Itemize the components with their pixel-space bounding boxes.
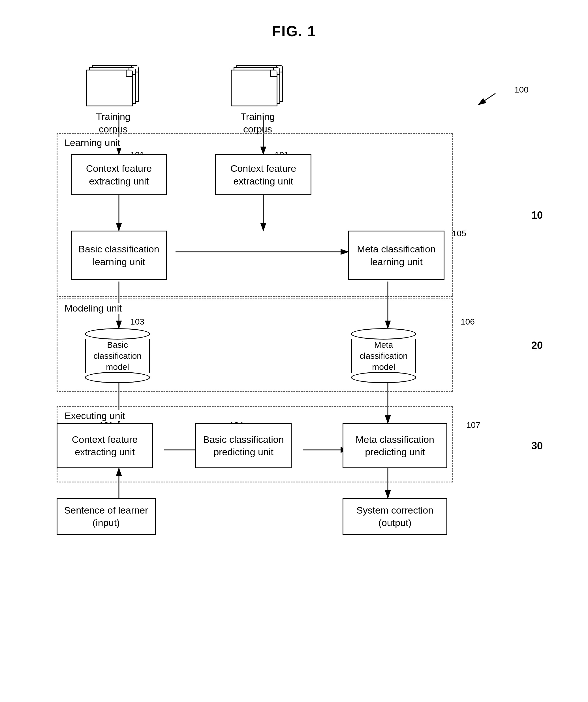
training-corpus-2: Trainingcorpus (231, 65, 285, 135)
side-label-30: 30 (531, 440, 543, 452)
basic-classification-predicting-unit: Basic classificationpredicting unit (195, 423, 292, 468)
context-feature-extracting-unit-1: Context featureextracting unit (71, 154, 167, 195)
context-feature-extracting-unit-2: Context featureextracting unit (215, 154, 311, 195)
context-feature-extracting-unit-exec: Context featureextracting unit (57, 423, 153, 468)
page-title: FIG. 1 (0, 0, 588, 40)
basic-classification-learning-unit: Basic classificationlearning unit (71, 231, 167, 280)
training-corpus-1: Trainingcorpus (86, 65, 140, 135)
meta-classification-learning-unit: Meta classificationlearning unit (348, 231, 445, 280)
ref-103: 103 (130, 317, 144, 327)
ref-107: 107 (466, 420, 480, 430)
ref-100: 100 (514, 85, 528, 95)
svg-line-14 (478, 93, 495, 105)
ref-106: 106 (461, 317, 475, 327)
system-correction: System correction(output) (342, 498, 447, 535)
meta-classification-model: Meta classificationmodel (351, 328, 416, 383)
sentence-of-learner: Sentence of learner(input) (57, 498, 156, 535)
basic-classification-model: Basic classificationmodel (85, 328, 150, 383)
meta-classification-predicting-unit: Meta classificationpredicting unit (342, 423, 447, 468)
side-label-20: 20 (531, 340, 543, 351)
side-label-10: 10 (531, 209, 543, 221)
ref-105: 105 (452, 229, 466, 238)
